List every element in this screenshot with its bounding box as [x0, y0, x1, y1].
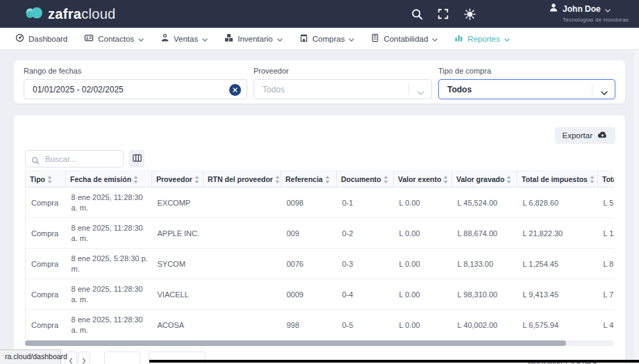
nav-item-contabilidad[interactable]: Contabilidad: [371, 33, 438, 44]
cell-total-impuestos: L 1,254.45: [517, 249, 598, 279]
vertical-scrollbar[interactable]: [634, 50, 639, 364]
purchase-type-select[interactable]: Todos: [438, 79, 615, 99]
logo[interactable]: zafracloud: [25, 6, 116, 22]
date-range-input[interactable]: [24, 80, 247, 99]
hand-coin-icon: [160, 33, 169, 44]
nav-item-contactos[interactable]: Contactos: [84, 33, 144, 44]
select-divider: [408, 84, 409, 94]
fullscreen-icon[interactable]: [437, 8, 449, 20]
cell-fecha: 8 ene 2025, 5:28:30 p. m.: [66, 249, 152, 279]
nav-item-compras[interactable]: Compras: [299, 33, 355, 44]
nav-item-dashboard[interactable]: Dashboard: [15, 33, 67, 44]
cell-referencia: 998: [281, 310, 337, 340]
search-input[interactable]: [26, 151, 123, 167]
nav-label: Compras: [313, 35, 345, 43]
cell-rtn: [204, 310, 281, 340]
export-button[interactable]: Exportar: [555, 127, 615, 144]
provider-label: Proveedor: [254, 67, 432, 75]
bar-chart-icon: [454, 33, 463, 44]
logo-text-light: cloud: [81, 6, 115, 22]
column-header-referencia[interactable]: Referencia: [281, 172, 337, 188]
chevron-down-icon: [504, 35, 510, 43]
cell-total-impuestos: L 6,828.60: [517, 188, 598, 218]
column-header-documento[interactable]: Documento: [337, 172, 394, 188]
cell-fecha: 8 ene 2025, 11:28:30 a. m.: [66, 279, 152, 310]
cell-total: L 46,5: [598, 310, 615, 340]
filter-date-range: Rango de fechas: [24, 67, 247, 104]
sort-icon: [383, 176, 388, 183]
column-header-fecha[interactable]: Fecha de emisión: [66, 172, 152, 188]
sort-icon: [443, 176, 448, 183]
provider-value: Todos: [254, 85, 285, 94]
column-header-valor-exento[interactable]: Valor exento: [394, 172, 452, 188]
column-visibility-button[interactable]: [129, 150, 144, 167]
filter-purchase-type: Tipo de compra Todos: [438, 67, 615, 104]
column-header-tipo[interactable]: Tipo: [26, 172, 66, 188]
report-table-card: Exportar: [14, 115, 625, 364]
sort-icon: [133, 176, 138, 183]
user-menu[interactable]: John Doe Tecnologias de Honduras: [549, 3, 629, 23]
page-number-input[interactable]: [104, 351, 140, 364]
table-row[interactable]: Compra 8 ene 2025, 5:28:30 p. m. SYCOM 0…: [26, 249, 615, 279]
user-row: John Doe: [549, 3, 611, 15]
sort-icon: [275, 176, 280, 183]
cell-valor-gravado: L 98,310.00: [452, 279, 517, 310]
provider-select[interactable]: Todos: [254, 79, 432, 99]
cell-total: L 110,4: [598, 218, 615, 249]
nav-item-ventas[interactable]: Ventas: [160, 33, 208, 44]
column-header-total[interactable]: Total: [598, 172, 615, 188]
cell-valor-gravado: L 45,524.00: [452, 188, 517, 218]
table-row[interactable]: Compra 8 ene 2025, 11:28:30 a. m. VIACEL…: [26, 279, 615, 310]
chevron-down-icon: [601, 88, 608, 97]
sort-icon: [590, 176, 595, 183]
chevron-down-icon: [277, 35, 283, 43]
table-row[interactable]: Compra 8 ene 2025, 11:28:30 a. m. ACOSA …: [26, 310, 615, 340]
chevron-down-icon: [202, 35, 208, 43]
select-divider: [592, 84, 592, 94]
clear-date-icon[interactable]: [229, 84, 241, 96]
cell-valor-exento: L 0.00: [394, 249, 452, 279]
table-header-row: Tipo Fecha de emisión Proveedor RTN del …: [26, 172, 615, 188]
nav-label: Inventario: [238, 35, 273, 43]
cell-proveedor: ACOSA: [152, 310, 204, 340]
table-row[interactable]: Compra 8 ene 2025, 11:28:30 a. m. APPLE …: [26, 218, 615, 249]
filters-panel: Rango de fechas Proveedor Todos Tipo de …: [14, 60, 625, 104]
scrollbar-thumb[interactable]: [25, 340, 566, 346]
cell-total: L 52,3: [598, 188, 615, 218]
column-header-total-impuestos[interactable]: Total de impuestos: [517, 172, 598, 188]
search-icon[interactable]: [410, 8, 423, 20]
cell-documento: 0-2: [337, 218, 394, 249]
cell-proveedor: EXCOMP: [152, 188, 204, 218]
column-header-proveedor[interactable]: Proveedor: [152, 172, 204, 188]
theme-sun-icon[interactable]: [463, 8, 476, 20]
cloud-download-icon: [597, 131, 608, 140]
column-header-rtn[interactable]: RTN del proveedor: [204, 172, 281, 188]
column-header-valor-gravado[interactable]: Valor gravado: [452, 172, 517, 188]
cell-proveedor: VIACELL: [152, 279, 204, 310]
next-page-button[interactable]: [78, 351, 90, 364]
cell-documento: 0-1: [337, 188, 394, 218]
date-range-control: [24, 79, 247, 99]
filter-provider: Proveedor Todos: [254, 67, 432, 104]
cell-total-impuestos: L 9,413.45: [517, 279, 598, 310]
chevron-down-icon: [605, 3, 611, 15]
cell-rtn: [204, 279, 281, 310]
table-row[interactable]: Compra 8 ene 2025, 11:28:30 a. m. EXCOMP…: [26, 188, 615, 218]
horizontal-scrollbar[interactable]: [25, 340, 614, 346]
cell-documento: 0-5: [337, 310, 394, 340]
nav-label: Reportes: [467, 35, 500, 43]
sort-icon: [47, 176, 52, 183]
columns-icon: [133, 154, 142, 164]
sort-icon: [194, 176, 199, 183]
nav-item-reportes[interactable]: Reportes: [454, 33, 510, 44]
cell-referencia: 0076: [281, 249, 337, 279]
search-icon: [31, 155, 40, 167]
cell-referencia: 009: [281, 218, 337, 249]
cell-valor-gravado: L 88,674.00: [452, 218, 517, 249]
bottom-black-bar: [149, 360, 639, 363]
nav-item-inventario[interactable]: Inventario: [224, 33, 283, 44]
user-company: Tecnologias de Honduras: [563, 17, 629, 23]
app-screen: zafracloud: [0, 0, 639, 364]
cell-valor-gravado: L 8,133.00: [452, 249, 517, 279]
chevron-down-icon: [138, 35, 144, 43]
